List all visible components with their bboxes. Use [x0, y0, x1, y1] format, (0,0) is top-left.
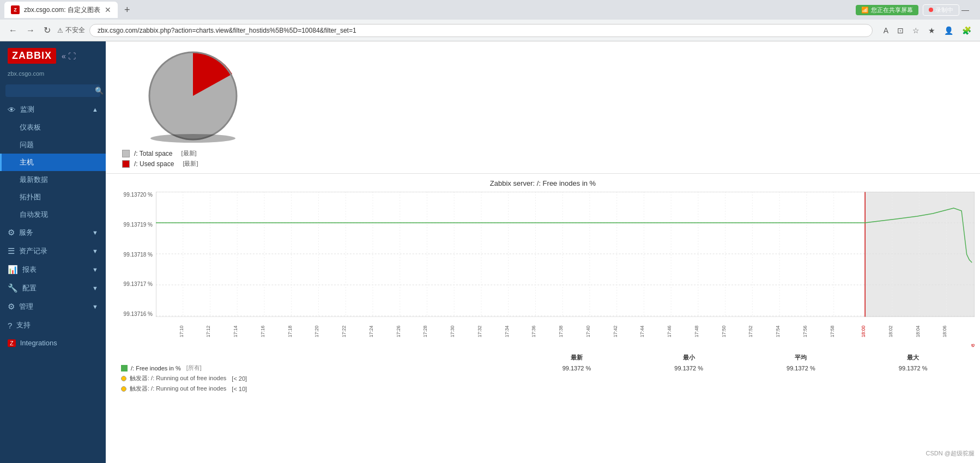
bookmark-button[interactable]: ☆: [910, 24, 922, 37]
trigger-row-2: 触发器: /: Running out of free inodes [< 10…: [117, 383, 969, 394]
x-tick-15: 17:38: [558, 325, 564, 337]
pie-used-color-swatch: [122, 160, 130, 168]
sidebar-group-integrations[interactable]: Z Integrations: [0, 334, 106, 351]
x-tick-9: 17:26: [396, 325, 401, 337]
pie-total-color-swatch: [122, 150, 130, 157]
x-tick-10: 17:28: [422, 325, 428, 337]
sidebar-group-config[interactable]: 🔧 配置 ▼: [0, 279, 106, 297]
maximize-button[interactable]: —: [961, 5, 976, 14]
chart-bg: [156, 192, 975, 317]
extensions-button[interactable]: 🧩: [960, 24, 973, 37]
x-tick-17: 17:42: [613, 325, 618, 337]
x-date-right: 07-05 18:08: [970, 344, 975, 347]
csdn-watermark: CSDN @超级驼腿: [926, 449, 975, 458]
screen-share-icon: 📶: [861, 7, 869, 14]
pie-chart-svg: [117, 47, 269, 145]
screen-share-button[interactable]: 📶 您正在共享屏幕: [856, 5, 918, 15]
zabbix-logo[interactable]: ZABBIX: [8, 48, 56, 64]
x-tick-16: 17:40: [585, 325, 591, 337]
sidebar-item-dashboard[interactable]: 仪表板: [0, 119, 106, 136]
pie-legend: /: Total space [最新] /: Used space [最新]: [117, 149, 198, 168]
refresh-button[interactable]: ↻: [41, 23, 53, 38]
collapse-left-icon: «: [62, 52, 66, 60]
url-bar[interactable]: zbx.csgo.com/zabbix.php?action=charts.vi…: [89, 24, 873, 37]
sidebar-search-input[interactable]: [10, 87, 92, 95]
x-tick-28: 18:04: [915, 325, 921, 337]
services-icon: ⚙: [8, 228, 15, 237]
legend-max-val: 99.1372 %: [857, 363, 969, 373]
x-tick-21: 17:50: [721, 325, 727, 337]
collections-button[interactable]: ★: [926, 24, 937, 37]
sidebar-group-reports[interactable]: 📊 报表 ▼: [0, 260, 106, 279]
browser-actions: A ⊡ ☆ ★ 👤 🧩: [881, 24, 973, 37]
x-tick-7: 17:22: [341, 325, 347, 337]
x-tick-11: 17:30: [450, 325, 455, 337]
sidebar-collapse-arrows[interactable]: « ⛶: [62, 52, 76, 60]
main-content: /: Total space [最新] /: Used space [最新] Z…: [106, 41, 980, 463]
pie-legend-used: /: Used space [最新]: [122, 160, 198, 168]
record-button[interactable]: 录制中: [923, 4, 959, 16]
monitoring-icon: 👁: [8, 105, 16, 114]
profile-button[interactable]: 👤: [942, 24, 955, 37]
x-tick-12: 17:32: [477, 325, 482, 337]
sidebar-group-support[interactable]: ? 支持: [0, 316, 106, 334]
address-bar: ← → ↻ ⚠ 不安全 zbx.csgo.com/zabbix.php?acti…: [0, 20, 980, 41]
x-tick-1: 17:10: [179, 325, 184, 337]
screen-share-area: 📶 您正在共享屏幕 录制中: [856, 2, 959, 17]
app: ZABBIX « ⛶ zbx.csgo.com 🔍 👁 监测 ▲ 仪表板 问题: [0, 41, 980, 463]
inodes-chart-wrapper: 99.13720 % 99.13719 % 99.13718 % 99.1371…: [111, 192, 975, 347]
y-axis: 99.13720 % 99.13719 % 99.13718 % 99.1371…: [111, 192, 156, 317]
integrations-logo-icon: Z: [8, 339, 16, 347]
monitoring-section: 👁 监测 ▲ 仪表板 问题 主机 最新数据 拓扑图 自动发现: [0, 100, 106, 223]
services-chevron-icon: ▼: [92, 229, 98, 236]
assets-chevron-icon: ▼: [92, 248, 98, 254]
x-axis: 07-05 17:08 17:10 17:12 17:14 17:16 17:1…: [156, 320, 975, 347]
legend-col-avg: 最大: [857, 352, 969, 363]
reader-mode-button[interactable]: A: [881, 24, 891, 37]
x-tick-18h: 18:00: [861, 325, 866, 337]
chart-shade-right: [865, 192, 975, 317]
y-label-4: 99.13717 %: [111, 281, 153, 287]
trigger-2-icon: [121, 386, 126, 392]
sidebar-item-discovery[interactable]: 自动发现: [0, 206, 106, 223]
active-tab[interactable]: Z zbx.csgo.com: 自定义图表 ✕: [4, 2, 118, 18]
inodes-chart-area: 07-05 17:08 17:10 17:12 17:14 17:16 17:1…: [156, 192, 975, 347]
x-tick-24: 17:56: [802, 325, 808, 337]
x-tick-22: 17:52: [748, 325, 753, 337]
tab-close-button[interactable]: ✕: [105, 5, 111, 14]
sidebar-group-services[interactable]: ⚙ 服务 ▼: [0, 223, 106, 242]
trigger-2-label: 触发器: /: Running out of free inodes [< 10…: [117, 383, 521, 394]
pie-legend-total: /: Total space [最新]: [122, 149, 198, 157]
legend-avg-val: 99.1372 %: [745, 363, 857, 373]
new-tab-button[interactable]: +: [120, 4, 135, 16]
legend-item-label: /: Free inodes in % [所有]: [117, 363, 521, 373]
back-button[interactable]: ←: [7, 23, 20, 38]
support-icon: ?: [8, 321, 12, 330]
x-tick-23: 17:54: [775, 325, 781, 337]
sidebar-item-problems[interactable]: 问题: [0, 136, 106, 154]
sidebar-group-assets[interactable]: ☰ 资产记录 ▼: [0, 242, 106, 260]
x-tick-2: 17:12: [205, 325, 211, 337]
config-chevron-icon: ▼: [92, 285, 98, 291]
sidebar-item-maps[interactable]: 拓扑图: [0, 188, 106, 206]
pie-chart-canvas: [117, 47, 269, 145]
tab-title: zbx.csgo.com: 自定义图表: [24, 5, 100, 15]
y-label-top: 99.13720 %: [111, 192, 153, 198]
legend-green-icon: [121, 365, 128, 371]
legend-latest-val: 99.1372 %: [521, 363, 633, 373]
sidebar-group-admin[interactable]: ⚙ 管理 ▼: [0, 297, 106, 316]
x-tick-18: 17:44: [639, 325, 645, 337]
sidebar-item-hosts[interactable]: 主机: [0, 154, 106, 171]
sidebar-search-box[interactable]: 🔍: [5, 84, 100, 97]
x-tick-14: 17:36: [531, 325, 536, 337]
split-view-button[interactable]: ⊡: [895, 24, 906, 37]
forward-button[interactable]: →: [24, 23, 37, 38]
y-label-bottom: 99.13716 %: [111, 311, 153, 317]
sidebar-group-monitoring[interactable]: 👁 监测 ▲: [0, 100, 106, 119]
x-date-left: 07-05 17:08: [156, 344, 157, 347]
x-tick-5: 17:18: [287, 325, 293, 337]
x-tick-6: 17:20: [314, 325, 319, 337]
x-tick-27: 18:02: [888, 325, 893, 337]
sidebar-item-latest-data[interactable]: 最新数据: [0, 171, 106, 188]
record-dot-icon: [929, 8, 933, 12]
